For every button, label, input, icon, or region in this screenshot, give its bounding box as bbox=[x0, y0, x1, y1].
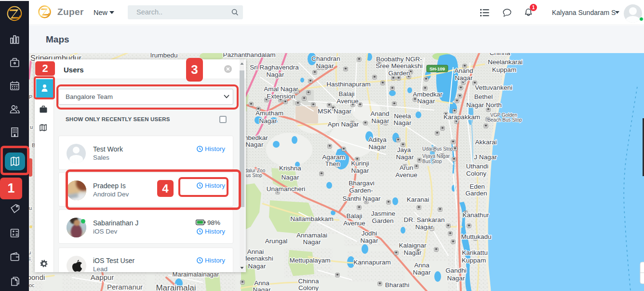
svg-text:Anna: Anna bbox=[414, 262, 429, 269]
svg-text:Nagar: Nagar bbox=[396, 153, 414, 161]
svg-text:Nagar: Nagar bbox=[316, 62, 334, 69]
svg-text:Colony: Colony bbox=[466, 170, 486, 177]
svg-text:Chandran: Chandran bbox=[311, 55, 340, 62]
svg-text:Avenue: Avenue bbox=[336, 97, 359, 105]
svg-text:Nagar: Nagar bbox=[413, 269, 431, 276]
svg-text:Vijaya Nagar: Vijaya Nagar bbox=[422, 153, 450, 159]
svg-text:Bharathi: Bharathi bbox=[385, 281, 409, 289]
svg-text:u: u bbox=[29, 205, 32, 211]
svg-text:Nagar: Nagar bbox=[404, 249, 422, 256]
svg-text:Uthandi: Uthandi bbox=[466, 163, 489, 170]
svg-text:Nagar: Nagar bbox=[372, 117, 389, 125]
svg-text:Kuppam: Kuppam bbox=[462, 257, 486, 264]
svg-text:Pazhanthandalam: Pazhanthandalam bbox=[223, 53, 276, 58]
svg-text:Garden: Garden bbox=[465, 190, 487, 197]
svg-text:Irumbedu: Irumbedu bbox=[150, 53, 177, 59]
svg-text:Peramanur: Peramanur bbox=[107, 283, 143, 291]
svg-text:Nagar: Nagar bbox=[361, 237, 378, 244]
svg-text:Annamalai: Annamalai bbox=[296, 232, 327, 239]
svg-text:Anna: Anna bbox=[254, 279, 269, 287]
svg-text:Aditya: Aditya bbox=[368, 136, 387, 143]
svg-text:Garden: Garden bbox=[372, 217, 393, 224]
svg-text:Neelankarai: Neelankarai bbox=[488, 58, 523, 66]
svg-text:u: u bbox=[29, 249, 31, 255]
svg-text:Garden: Garden bbox=[388, 69, 410, 77]
svg-text:Maraimalai: Maraimalai bbox=[156, 283, 196, 291]
svg-text:Bethel: Bethel bbox=[474, 93, 493, 100]
svg-text:Muttukadu: Muttukadu bbox=[461, 233, 491, 240]
svg-text:Vettuvankeni: Vettuvankeni bbox=[475, 84, 512, 91]
svg-text:Avenue: Avenue bbox=[395, 171, 417, 179]
svg-text:Krishna: Krishna bbox=[279, 165, 301, 172]
svg-text:Extension: Extension bbox=[267, 93, 295, 100]
svg-text:Avenue: Avenue bbox=[343, 220, 365, 227]
svg-text:Meenakshi: Meenakshi bbox=[242, 255, 273, 262]
svg-text:Chinna: Chinna bbox=[490, 53, 510, 56]
svg-text:Nagar: Nagar bbox=[447, 275, 465, 282]
svg-text:Jasmine: Jasmine bbox=[371, 210, 395, 217]
svg-text:Beach Bus Stop: Beach Bus Stop bbox=[487, 117, 522, 123]
svg-text:Jaya: Jaya bbox=[397, 146, 411, 153]
svg-text:Chinna: Chinna bbox=[298, 277, 319, 285]
svg-text:Agaram: Agaram bbox=[322, 153, 345, 161]
svg-text:Poondi: Poondi bbox=[29, 273, 45, 281]
svg-text:Aappur: Aappur bbox=[91, 273, 114, 281]
svg-text:Nagar: Nagar bbox=[417, 97, 435, 105]
svg-text:Mettupalayam: Mettupalayam bbox=[290, 257, 331, 264]
svg-text:Sree Meenakshi: Sree Meenakshi bbox=[376, 62, 423, 69]
svg-text:Anand: Anand bbox=[454, 67, 473, 74]
svg-text:Sri Raghavendra: Sri Raghavendra bbox=[250, 64, 299, 71]
svg-text:Gandhi: Gandhi bbox=[445, 267, 467, 274]
svg-text:Colony: Colony bbox=[298, 284, 319, 291]
svg-text:Kurinji: Kurinji bbox=[351, 160, 369, 167]
svg-text:Bhargavi: Bhargavi bbox=[349, 180, 374, 187]
svg-text:Nagar: Nagar bbox=[369, 143, 387, 151]
svg-text:Kanathur: Kanathur bbox=[463, 211, 489, 219]
svg-text:J Nagar: J Nagar bbox=[474, 153, 497, 161]
svg-text:oc: oc bbox=[29, 282, 35, 288]
svg-text:Ambedkar: Ambedkar bbox=[413, 91, 443, 98]
svg-text:Nagar: Nagar bbox=[282, 174, 299, 181]
svg-text:u: u bbox=[30, 124, 33, 130]
svg-text:Annai: Annai bbox=[247, 248, 264, 255]
svg-text:MSK Nagar: MSK Nagar bbox=[318, 108, 351, 115]
svg-text:Balaji: Balaji bbox=[338, 90, 354, 97]
svg-text:Arungal: Arungal bbox=[265, 237, 288, 245]
svg-text:Eden: Eden bbox=[470, 183, 485, 190]
svg-text:Nagar: Nagar bbox=[351, 167, 369, 174]
svg-text:Amal Nagar: Amal Nagar bbox=[264, 85, 298, 93]
svg-text:Nagar North: Nagar North bbox=[466, 101, 502, 109]
svg-text:Amutham: Amutham bbox=[255, 110, 283, 117]
svg-text:Nagar: Nagar bbox=[253, 286, 271, 291]
svg-text:Akkarai: Akkarai bbox=[475, 139, 496, 146]
svg-text:Nagar: Nagar bbox=[246, 141, 264, 148]
svg-text:Balaji: Balaji bbox=[346, 212, 362, 220]
svg-text:Kalaignar: Kalaignar bbox=[399, 242, 427, 249]
svg-text:Nagar: Nagar bbox=[267, 71, 284, 78]
svg-text:SH-109: SH-109 bbox=[429, 66, 445, 71]
svg-text:Nagar: Nagar bbox=[248, 263, 266, 270]
svg-text:Anand: Anand bbox=[370, 110, 389, 117]
svg-text:F.: F. bbox=[29, 257, 32, 263]
svg-text:Garden-: Garden- bbox=[349, 187, 373, 194]
svg-text:Arun: Arun bbox=[400, 164, 414, 171]
svg-text:Nagar: Nagar bbox=[259, 117, 277, 125]
svg-text:Nallambakkam: Nallambakkam bbox=[290, 215, 333, 222]
svg-text:Nagar: Nagar bbox=[394, 119, 412, 126]
svg-text:Karanai: Karanai bbox=[407, 196, 429, 203]
svg-text:Kuppam: Kuppam bbox=[492, 66, 516, 73]
svg-text:Karikattu: Karikattu bbox=[462, 249, 487, 256]
svg-text:Boobathy NGR-: Boobathy NGR- bbox=[376, 55, 422, 63]
svg-text:Bus Stop: Bus Stop bbox=[422, 159, 442, 164]
svg-text:us Stop: us Stop bbox=[246, 173, 262, 178]
svg-text:Udai Bus Stop: Udai Bus Stop bbox=[422, 146, 453, 152]
svg-text:Then: Then bbox=[325, 160, 340, 167]
svg-text:P: P bbox=[29, 94, 32, 100]
svg-text:Kannapuram: Kannapuram bbox=[353, 259, 390, 266]
svg-text:Unamancheri: Unamancheri bbox=[267, 185, 305, 193]
svg-text:Karapakkam: Karapakkam bbox=[443, 113, 480, 121]
svg-text:Neela: Neela bbox=[394, 112, 411, 120]
svg-text:Nagar: Nagar bbox=[303, 238, 321, 246]
svg-text:Jodhi: Jodhi bbox=[362, 230, 377, 237]
svg-text:Santhi Nagar: Santhi Nagar bbox=[343, 195, 381, 202]
